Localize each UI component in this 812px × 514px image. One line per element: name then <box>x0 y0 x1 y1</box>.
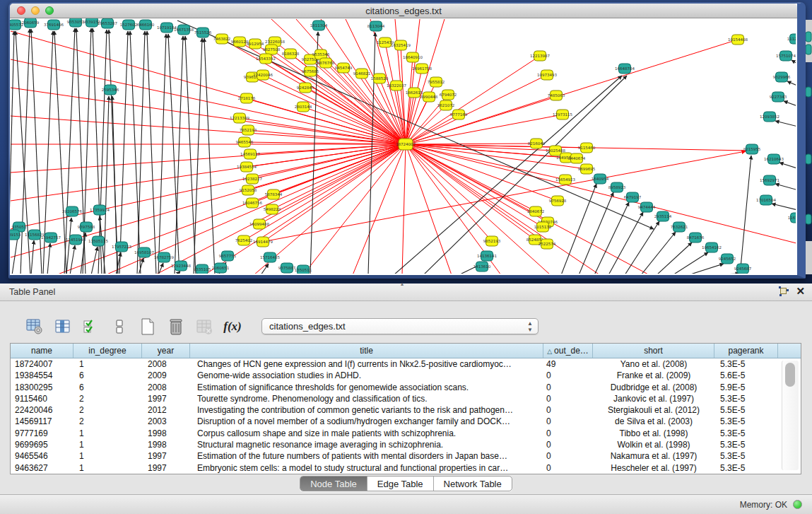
cell-name[interactable]: 9465546 <box>11 450 73 462</box>
cell-name[interactable]: 9115460 <box>11 393 73 404</box>
table-row[interactable]: 946362711997Embryonic stem cells: a mode… <box>11 462 801 474</box>
cell-year[interactable]: 1998 <box>142 428 190 439</box>
column-header-short[interactable]: short <box>593 344 714 358</box>
column-header-in_degree[interactable]: in_degree <box>73 344 142 358</box>
graph-node[interactable]: 9245687 <box>734 264 752 274</box>
graph-node[interactable]: 8440674 <box>568 153 586 163</box>
table-row[interactable]: 2242004622012Investigating the contribut… <box>11 404 801 416</box>
graph-node[interactable]: 16325419 <box>391 40 411 50</box>
graph-node[interactable]: 16648784 <box>615 64 635 74</box>
graph-node[interactable]: 8186328 <box>282 49 300 59</box>
cell-title[interactable]: Tourette syndrome. Phenomenology and cla… <box>190 393 543 404</box>
table-select-dropdown[interactable]: citations_edges.txt▲▼ <box>261 318 539 334</box>
network-window[interactable]: citations_edges.txt 94055722060659376914… <box>8 2 806 279</box>
graph-node[interactable]: 11451944 <box>66 235 86 245</box>
citation-edge-black[interactable] <box>688 264 724 274</box>
graph-node[interactable]: 16961758 <box>412 64 432 74</box>
cell-pagerank[interactable]: 5.3E-5 <box>714 428 778 439</box>
graph-node[interactable]: 9777169 <box>450 110 468 119</box>
citation-edge-black[interactable] <box>175 36 183 274</box>
graph-node[interactable]: 18322037 <box>387 81 406 90</box>
cell-name[interactable]: 22420046 <box>11 404 73 416</box>
cell-year[interactable]: 1997 <box>142 450 190 462</box>
cell-short[interactable]: de Silva et al. (2003) <box>593 416 714 427</box>
graph-node[interactable]: 8958923 <box>608 182 626 192</box>
citation-edge-red[interactable] <box>406 75 547 144</box>
cell-short[interactable]: Dudbridge et al. (2008) <box>593 382 714 393</box>
cell-out_de[interactable]: 0 <box>543 450 593 462</box>
graph-node[interactable]: 10654162 <box>702 243 722 252</box>
cell-short[interactable]: Franke et al. (2009) <box>593 370 714 381</box>
graph-node[interactable]: 7485063 <box>548 90 565 100</box>
graph-node[interactable]: 12093852 <box>760 112 779 122</box>
cell-out_de[interactable]: 0 <box>543 439 593 450</box>
graph-node[interactable]: 9465546 <box>236 137 254 147</box>
graph-node[interactable]: 8215955 <box>743 144 761 154</box>
cell-edit-icon[interactable] <box>110 317 129 337</box>
graph-node[interactable]: 12213987 <box>530 51 550 61</box>
cell-pagerank[interactable]: 5.3E-5 <box>714 416 778 427</box>
cell-pagerank[interactable]: 5.3E-5 <box>714 358 778 370</box>
cell-short[interactable]: Hescheler et al. (1997) <box>593 462 714 474</box>
network-window-titlebar[interactable]: citations_edges.txt <box>10 4 797 18</box>
citation-edge-black[interactable] <box>130 31 141 274</box>
cell-pagerank[interactable]: 5.3E-5 <box>714 393 778 404</box>
cell-pagerank[interactable]: 5.3E-5 <box>714 462 778 474</box>
graph-node[interactable]: 16046756 <box>242 198 262 208</box>
graph-node[interactable]: 1527602 <box>120 20 138 30</box>
table-row[interactable]: 946554611997Estimation of the future num… <box>11 450 801 462</box>
graph-node[interactable]: 1413610 <box>473 262 491 271</box>
graph-node[interactable]: 1840672 <box>527 206 545 216</box>
graph-node[interactable]: 9756928 <box>549 196 567 206</box>
graph-node[interactable]: 13505115 <box>88 236 108 246</box>
graph-node[interactable]: 1621072 <box>437 100 455 110</box>
citation-edge-red[interactable] <box>305 88 406 144</box>
graph-node[interactable]: 8990448 <box>420 92 438 102</box>
cell-year[interactable]: 2003 <box>142 416 190 427</box>
graph-node[interactable]: 8471676 <box>687 233 705 243</box>
column-header-pagerank[interactable]: pagerank <box>714 344 778 358</box>
table-row[interactable]: 1456911722003Disruption of a novel membe… <box>11 416 801 427</box>
citation-edge-black[interactable] <box>91 247 98 274</box>
cell-name[interactable]: 18300295 <box>11 382 73 393</box>
graph-node[interactable]: 1350511 <box>295 265 312 274</box>
graph-node[interactable]: 6479197 <box>624 192 642 202</box>
graph-node[interactable]: 2060659 <box>22 18 40 28</box>
float-panel-icon[interactable] <box>779 286 789 296</box>
graph-node[interactable]: 17957223 <box>112 242 131 252</box>
citation-edge-black[interactable] <box>83 28 91 274</box>
graph-node[interactable]: 2935114 <box>654 211 672 221</box>
cell-name[interactable]: 19384554 <box>11 370 73 381</box>
cell-out_de[interactable]: 0 <box>543 428 593 439</box>
graph-node[interactable]: 10154408 <box>728 35 748 45</box>
graph-node[interactable]: 9152058 <box>240 185 257 195</box>
graph-node[interactable]: 37691406 <box>44 20 64 30</box>
cell-in_degree[interactable]: 2 <box>73 404 142 416</box>
graph-node[interactable]: 9227343 <box>770 92 787 102</box>
citation-edge-black[interactable] <box>204 38 215 274</box>
graph-node[interactable]: 9852193 <box>483 236 501 246</box>
cell-short[interactable]: Stergiakouli et al. (2012) <box>593 404 714 416</box>
column-header-name[interactable]: name <box>11 344 73 358</box>
graph-node[interactable]: 9329966 <box>773 72 791 82</box>
cell-short[interactable]: Tibbo et al. (1998) <box>593 428 714 439</box>
citation-edge-black[interactable] <box>66 218 71 274</box>
tab-network-table[interactable]: Network Table <box>434 477 512 491</box>
citation-edge-black[interactable] <box>579 192 613 274</box>
citation-edge-black[interactable] <box>740 156 751 274</box>
cell-out_de[interactable]: 0 <box>543 382 593 393</box>
cell-year[interactable]: 1998 <box>142 439 190 450</box>
graph-node[interactable]: 1015132 <box>534 222 552 232</box>
cell-pagerank[interactable]: 5.3E-5 <box>714 450 778 462</box>
graph-node[interactable]: 19384554 <box>237 162 257 172</box>
graph-node[interactable]: 1811304 <box>310 21 328 30</box>
citation-edge-black[interactable] <box>779 163 796 170</box>
graph-node[interactable]: 12973115 <box>553 110 572 119</box>
new-table-icon[interactable] <box>139 317 157 337</box>
graph-node[interactable]: 7632621 <box>671 222 688 232</box>
cell-short[interactable]: Jankovic et al. (1997) <box>593 393 714 404</box>
citation-edge-black[interactable] <box>608 212 643 274</box>
cell-short[interactable]: Nakamura et al. (1997) <box>593 450 714 462</box>
column-chooser-icon[interactable] <box>54 317 72 337</box>
citation-edge-black[interactable] <box>194 38 202 274</box>
